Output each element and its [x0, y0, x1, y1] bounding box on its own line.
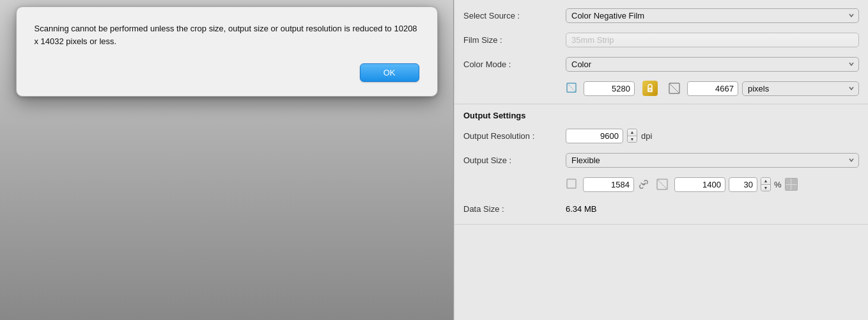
- width-input[interactable]: [584, 81, 635, 96]
- data-size-value-area: 6.34 MB: [566, 204, 859, 214]
- film-size-row: Film Size : 35mm Strip: [463, 31, 859, 49]
- dialog-message: Scanning cannot be performed unless the …: [35, 22, 419, 48]
- film-size-label: Film Size :: [463, 35, 566, 45]
- film-size-control: 35mm Strip: [566, 33, 859, 47]
- resolution-up-button[interactable]: ▲: [628, 129, 637, 136]
- select-source-dropdown[interactable]: Color Negative Film: [566, 8, 859, 23]
- color-mode-wrapper: Color: [566, 57, 859, 72]
- svg-line-1: [567, 83, 576, 92]
- output-size-label: Output Size :: [463, 156, 566, 165]
- settings-panel: Select Source : Color Negative Film Film…: [454, 0, 868, 320]
- output-resolution-row: Output Resolution : ▲ ▼ dpi: [463, 127, 859, 145]
- scale-down-button[interactable]: ▼: [761, 185, 770, 191]
- color-mode-dropdown[interactable]: Color: [566, 57, 859, 72]
- color-mode-control: Color: [566, 57, 859, 72]
- scale-up-button[interactable]: ▲: [761, 178, 770, 185]
- ok-button[interactable]: OK: [360, 63, 419, 82]
- chain-link-icon: [637, 178, 650, 191]
- film-size-dropdown[interactable]: 35mm Strip: [566, 33, 859, 47]
- output-width-input[interactable]: [583, 177, 634, 192]
- data-size-value: 6.34 MB: [566, 204, 596, 214]
- unit-dropdown[interactable]: pixels: [742, 81, 859, 96]
- output-height-input[interactable]: [674, 177, 725, 192]
- grid-cell-3: [786, 185, 791, 191]
- input-dimensions-control: pixels: [566, 79, 859, 97]
- select-source-control: Color Negative Film: [566, 8, 859, 23]
- svg-line-5: [669, 83, 679, 93]
- scanner-preview-panel: Scanning cannot be performed unless the …: [0, 0, 454, 320]
- output-settings-title: Output Settings: [463, 111, 859, 120]
- output-resize-icon: [656, 178, 669, 191]
- output-scale-input[interactable]: [729, 177, 757, 192]
- resize-icon: [668, 82, 681, 95]
- film-size-wrapper: 35mm Strip: [566, 33, 859, 47]
- output-size-wrapper: Flexible: [566, 153, 859, 168]
- input-settings-section: Select Source : Color Negative Film Film…: [454, 0, 868, 104]
- scale-spinner[interactable]: ▲ ▼: [761, 177, 771, 191]
- output-size-row: Output Size : Flexible: [463, 151, 859, 169]
- input-dimensions-row: pixels: [463, 79, 859, 97]
- scale-unit: %: [774, 180, 782, 189]
- output-dimensions-row: ▲ ▼ %: [463, 175, 859, 193]
- svg-rect-6: [567, 179, 576, 188]
- output-size-dropdown[interactable]: Flexible: [566, 153, 859, 168]
- data-size-row: Data Size : 6.34 MB: [463, 200, 859, 218]
- grid-cell-4: [791, 185, 797, 191]
- link-lock-icon: [641, 79, 659, 97]
- resolution-unit: dpi: [641, 131, 652, 141]
- dialog-overlay: Scanning cannot be performed unless the …: [0, 0, 453, 320]
- height-input[interactable]: [687, 81, 738, 96]
- output-dimensions-control: ▲ ▼ %: [566, 177, 859, 192]
- svg-line-8: [657, 179, 667, 189]
- grid-cell-1: [786, 179, 791, 184]
- output-crop-icon: [566, 178, 577, 191]
- select-source-wrapper: Color Negative Film: [566, 8, 859, 23]
- output-resolution-label: Output Resolution :: [463, 131, 566, 141]
- select-source-row: Select Source : Color Negative Film: [463, 6, 859, 24]
- grid-cell-2: [791, 179, 797, 184]
- lock-gold: [642, 81, 658, 96]
- select-source-label: Select Source :: [463, 11, 566, 20]
- output-resolution-control: ▲ ▼ dpi: [566, 129, 859, 143]
- resolution-down-button[interactable]: ▼: [628, 136, 637, 143]
- color-mode-row: Color Mode : Color: [463, 55, 859, 73]
- crop-icon-left: [566, 82, 577, 95]
- unit-wrapper: pixels: [742, 81, 859, 96]
- output-size-control: Flexible: [566, 153, 859, 168]
- data-size-label: Data Size :: [463, 204, 566, 214]
- grid-icon: [785, 178, 798, 191]
- svg-point-3: [649, 90, 651, 91]
- resolution-input[interactable]: [566, 129, 623, 143]
- dialog-buttons: OK: [35, 63, 419, 82]
- alert-dialog: Scanning cannot be performed unless the …: [16, 6, 438, 97]
- color-mode-label: Color Mode :: [463, 60, 566, 69]
- resolution-spinner[interactable]: ▲ ▼: [627, 129, 637, 143]
- output-settings-section: Output Settings Output Resolution : ▲ ▼ …: [454, 104, 868, 225]
